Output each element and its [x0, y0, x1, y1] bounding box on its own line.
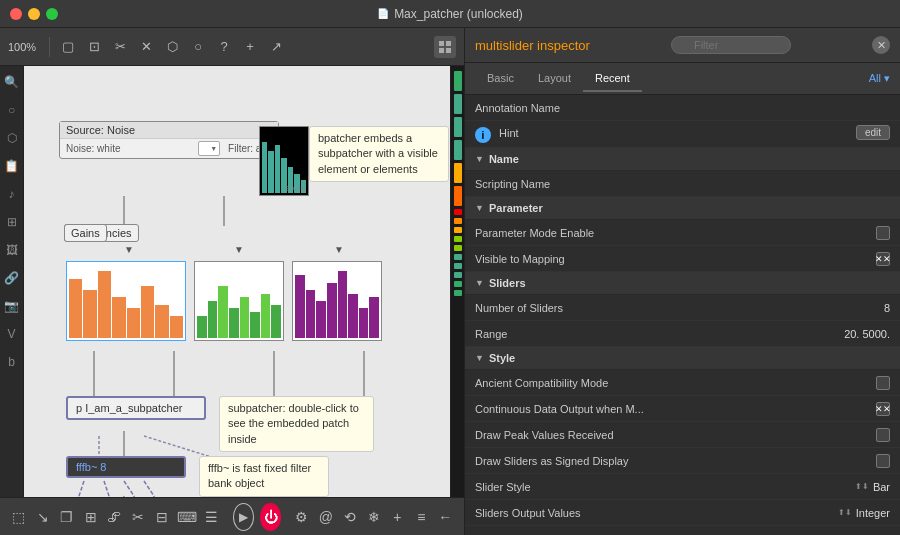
section-name[interactable]: ▼ Name	[465, 148, 900, 171]
section-style-label: Style	[489, 352, 515, 364]
ms-bar	[83, 290, 96, 338]
sliders-output-dropdown[interactable]: Integer	[838, 507, 890, 519]
close-inspector-button[interactable]: ✕	[872, 36, 890, 54]
visible-mapping-row: Visible to Mapping ✕	[465, 246, 900, 272]
continuous-output-row: Continuous Data Output when M... ✕	[465, 396, 900, 422]
section-style-arrow: ▼	[475, 353, 484, 363]
continuous-output-checkbox[interactable]: ✕	[876, 402, 890, 416]
sidebar-v-icon[interactable]: V	[2, 324, 22, 344]
vm-seg	[454, 209, 462, 215]
source-noise-box[interactable]: Source: Noise ▼ Noise: white Filter: al.…	[59, 121, 279, 159]
multislider-qs[interactable]	[194, 261, 284, 341]
sidebar-search-icon[interactable]: 🔍	[2, 72, 22, 92]
section-style[interactable]: ▼ Style	[465, 347, 900, 370]
num-sliders-value: 8	[884, 302, 890, 314]
tab-layout[interactable]: Layout	[526, 66, 583, 92]
minimize-button[interactable]	[28, 8, 40, 20]
back-btn[interactable]: ←	[436, 505, 454, 529]
select-btn[interactable]: ⬚	[10, 505, 28, 529]
ms-bar	[261, 294, 271, 338]
range-value: 20. 5000.	[844, 328, 890, 340]
sidebar-music-icon[interactable]: ♪	[2, 184, 22, 204]
list-btn[interactable]: ☰	[203, 505, 221, 529]
vm-seg	[454, 218, 462, 224]
snowflake-btn[interactable]: ❄	[365, 505, 383, 529]
copy-btn[interactable]: ❐	[58, 505, 76, 529]
right-panel: multislider inspector 🔍 ✕ Basic Layout R…	[465, 28, 900, 535]
tab-all[interactable]: All ▾	[869, 72, 890, 85]
tab-basic[interactable]: Basic	[475, 66, 526, 92]
toolbar-btn-hex[interactable]: ⬡	[161, 36, 183, 58]
inspector-header: multislider inspector 🔍 ✕	[465, 28, 900, 63]
hint-label: Hint	[499, 127, 856, 139]
draw-peak-checkbox[interactable]	[876, 428, 890, 442]
param-mode-label: Parameter Mode Enable	[475, 227, 876, 239]
inspector-search-input[interactable]	[671, 36, 791, 54]
toolbar-btn-help[interactable]: ?	[213, 36, 235, 58]
ms-bar	[359, 308, 369, 338]
vm-peak	[454, 186, 462, 206]
noise-dropdown[interactable]	[198, 141, 220, 156]
window-controls[interactable]	[10, 8, 58, 20]
close-button[interactable]	[10, 8, 22, 20]
grid-button[interactable]	[434, 36, 456, 58]
grid-btn[interactable]: ⊞	[82, 505, 100, 529]
inspector-title: multislider inspector	[475, 38, 590, 53]
play-button[interactable]: ▶	[233, 503, 254, 531]
param-mode-checkbox[interactable]	[876, 226, 890, 240]
cut-btn[interactable]: ✂	[129, 505, 147, 529]
zoom-level[interactable]: 100%	[8, 41, 36, 53]
maximize-button[interactable]	[46, 8, 58, 20]
menu-btn[interactable]: ≡	[412, 505, 430, 529]
spectrum-bar	[262, 142, 267, 193]
toolbar-btn-circle[interactable]: ○	[187, 36, 209, 58]
gains-label[interactable]: Gains	[64, 224, 107, 242]
fffb-box[interactable]: fffb~ 8	[66, 456, 186, 478]
continuous-output-label: Continuous Data Output when M...	[475, 403, 876, 415]
noise-dropdown-arrow[interactable]	[198, 141, 220, 156]
svg-line-12	[119, 496, 124, 497]
draw-signed-checkbox[interactable]	[876, 454, 890, 468]
minus-btn[interactable]: ⊟	[153, 505, 171, 529]
volume-meter	[450, 66, 464, 497]
clip-btn[interactable]: 🖇	[105, 505, 123, 529]
visible-mapping-checkbox[interactable]: ✕	[876, 252, 890, 266]
toolbar-btn-rect[interactable]: ▢	[57, 36, 79, 58]
toolbar-btn-scissors[interactable]: ✂	[109, 36, 131, 58]
add-btn[interactable]: +	[388, 505, 406, 529]
patcher-canvas[interactable]: Source: Noise ▼ Noise: white Filter: al.…	[24, 66, 450, 497]
toolbar-btn-plus[interactable]: +	[239, 36, 261, 58]
sidebar-image-icon[interactable]: 🖼	[2, 240, 22, 260]
sidebar-circle-icon[interactable]: ○	[2, 100, 22, 120]
multislider-frequencies[interactable]	[66, 261, 186, 341]
arrow-btn[interactable]: ↘	[34, 505, 52, 529]
annotation-row: Annotation Name	[465, 95, 900, 121]
multislider-gains[interactable]	[292, 261, 382, 341]
toolbar-btn-square[interactable]: ⊡	[83, 36, 105, 58]
ms-bar	[250, 312, 260, 338]
sidebar-hex-icon[interactable]: ⬡	[2, 128, 22, 148]
at-btn[interactable]: @	[317, 505, 335, 529]
toolbar-btn-arrow[interactable]: ↗	[265, 36, 287, 58]
kbd-btn[interactable]: ⌨	[177, 505, 197, 529]
vm-seg	[454, 263, 462, 269]
sidebar-b-icon[interactable]: b	[2, 352, 22, 372]
subpatcher-box[interactable]: p I_am_a_subpatcher	[66, 396, 206, 420]
sidebar-clipboard-icon[interactable]: 📋	[2, 156, 22, 176]
section-sliders[interactable]: ▼ Sliders	[465, 272, 900, 295]
tab-recent[interactable]: Recent	[583, 66, 642, 92]
sidebar-camera-icon[interactable]: 📷	[2, 296, 22, 316]
settings-btn[interactable]: ⚙	[293, 505, 311, 529]
sidebar-link-icon[interactable]: 🔗	[2, 268, 22, 288]
ancient-compat-checkbox[interactable]	[876, 376, 890, 390]
hint-edit-button[interactable]: edit	[856, 125, 890, 140]
power-button[interactable]: ⏻	[260, 503, 281, 531]
ms-bar	[69, 279, 82, 338]
section-parameter[interactable]: ▼ Parameter	[465, 197, 900, 220]
toolbar-btn-x[interactable]: ✕	[135, 36, 157, 58]
slider-style-row: Slider Style Bar	[465, 474, 900, 500]
refresh-btn[interactable]: ⟲	[341, 505, 359, 529]
vm-seg-large	[454, 163, 462, 183]
slider-style-dropdown[interactable]: Bar	[855, 481, 890, 493]
sidebar-grid-icon[interactable]: ⊞	[2, 212, 22, 232]
